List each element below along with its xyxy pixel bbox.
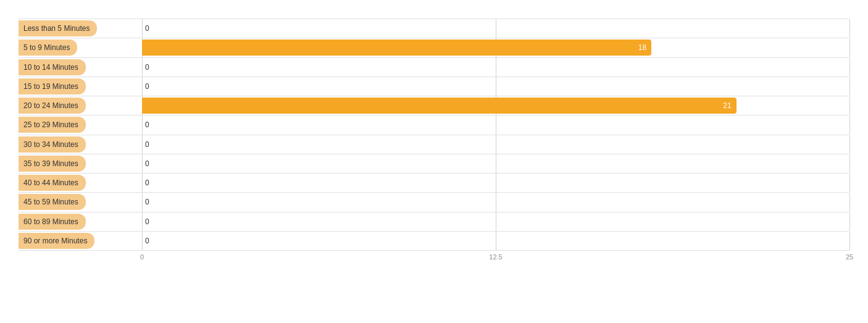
bar-row: 45 to 59 Minutes0 xyxy=(19,192,849,211)
bar-area: 21 xyxy=(142,96,849,115)
x-axis: 012.525 xyxy=(142,253,849,266)
bar-row: 25 to 29 Minutes0 xyxy=(19,115,849,134)
chart-area: Less than 5 Minutes05 to 9 Minutes1810 t… xyxy=(19,19,849,266)
bar-area: 0 xyxy=(142,135,849,154)
bar-area: 0 xyxy=(142,193,849,211)
bar-filled: 21 xyxy=(142,98,737,114)
bar-row: 60 to 89 Minutes0 xyxy=(19,212,849,231)
bar-label-wrap: 45 to 59 Minutes xyxy=(19,193,142,211)
bar-area: 0 xyxy=(142,174,849,192)
bar-label-wrap: 25 to 29 Minutes xyxy=(19,115,142,134)
bar-row: 40 to 44 Minutes0 xyxy=(19,173,849,192)
bar-area: 0 xyxy=(142,212,849,231)
bar-label: 20 to 24 Minutes xyxy=(19,98,86,114)
bar-row: 15 to 19 Minutes0 xyxy=(19,77,849,96)
bar-label-wrap: 40 to 44 Minutes xyxy=(19,174,142,192)
bar-value-zero: 0 xyxy=(145,63,149,72)
bar-label: Less than 5 Minutes xyxy=(19,20,97,36)
bar-label: 15 to 19 Minutes xyxy=(19,78,86,94)
bar-area: 0 xyxy=(142,77,849,96)
bar-value-zero: 0 xyxy=(145,140,149,149)
bar-label: 5 to 9 Minutes xyxy=(19,40,77,56)
bar-area: 0 xyxy=(142,154,849,173)
bar-filled: 18 xyxy=(142,40,651,56)
bar-label: 90 or more Minutes xyxy=(19,233,94,249)
bar-label-wrap: 30 to 34 Minutes xyxy=(19,135,142,154)
bar-row: 10 to 14 Minutes0 xyxy=(19,57,849,77)
bar-value-zero: 0 xyxy=(145,82,149,91)
bar-label: 40 to 44 Minutes xyxy=(19,175,86,191)
bar-label: 10 to 14 Minutes xyxy=(19,59,86,75)
x-axis-label: 25 xyxy=(846,253,853,261)
bar-label-wrap: 10 to 14 Minutes xyxy=(19,58,142,77)
chart-container: Less than 5 Minutes05 to 9 Minutes1810 t… xyxy=(0,0,868,323)
bar-value: 18 xyxy=(638,43,646,52)
bar-label: 25 to 29 Minutes xyxy=(19,117,86,133)
bar-area: 18 xyxy=(142,38,849,57)
bar-row: 5 to 9 Minutes18 xyxy=(19,38,849,57)
bar-area: 0 xyxy=(142,58,849,77)
bar-label-wrap: 90 or more Minutes xyxy=(19,232,142,250)
bar-value: 21 xyxy=(723,101,731,110)
bar-value-zero: 0 xyxy=(145,198,149,206)
bar-area: 0 xyxy=(142,232,849,250)
bars-container: Less than 5 Minutes05 to 9 Minutes1810 t… xyxy=(19,19,849,251)
bar-value-zero: 0 xyxy=(145,217,149,226)
bar-label: 60 to 89 Minutes xyxy=(19,214,86,230)
x-axis-label: 12.5 xyxy=(489,253,502,261)
bar-row: 30 to 34 Minutes0 xyxy=(19,135,849,154)
bar-row: 90 or more Minutes0 xyxy=(19,231,849,251)
bar-row: 35 to 39 Minutes0 xyxy=(19,154,849,173)
bar-value-zero: 0 xyxy=(145,120,149,129)
bar-row: 20 to 24 Minutes21 xyxy=(19,96,849,115)
bar-value-zero: 0 xyxy=(145,178,149,187)
bar-label: 45 to 59 Minutes xyxy=(19,194,86,210)
bar-row: Less than 5 Minutes0 xyxy=(19,19,849,38)
bar-label-wrap: 5 to 9 Minutes xyxy=(19,38,142,57)
bar-label-wrap: Less than 5 Minutes xyxy=(19,19,142,38)
bar-area: 0 xyxy=(142,115,849,134)
bar-label: 35 to 39 Minutes xyxy=(19,156,86,172)
bar-area: 0 xyxy=(142,19,849,38)
bar-label-wrap: 20 to 24 Minutes xyxy=(19,96,142,115)
bar-value-zero: 0 xyxy=(145,237,149,245)
bar-label: 30 to 34 Minutes xyxy=(19,136,86,153)
x-axis-label: 0 xyxy=(140,253,144,261)
bar-label-wrap: 35 to 39 Minutes xyxy=(19,154,142,173)
bar-value-zero: 0 xyxy=(145,159,149,168)
bar-value-zero: 0 xyxy=(145,24,149,33)
bar-label-wrap: 15 to 19 Minutes xyxy=(19,77,142,96)
bar-label-wrap: 60 to 89 Minutes xyxy=(19,212,142,231)
